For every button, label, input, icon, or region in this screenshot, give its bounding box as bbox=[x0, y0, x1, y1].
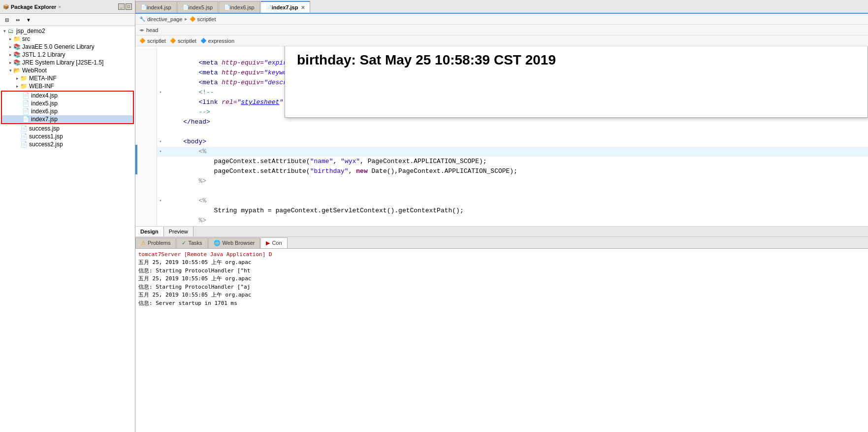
tree-arrow-javaee[interactable]: ▸ bbox=[8, 44, 13, 49]
bc-head[interactable]: head bbox=[146, 27, 158, 33]
pe-close-btn[interactable]: ✕ bbox=[58, 4, 61, 10]
bc-scriptlet1[interactable]: scriptlet bbox=[147, 38, 166, 44]
tree-item-jsp_demo2[interactable]: ▾ 🗂 jsp_demo2 bbox=[0, 27, 135, 35]
tree-item-index7[interactable]: 📄 index7.jsp bbox=[2, 115, 133, 123]
console-line-3: 信息: Starting ProtocolHandler ["ht bbox=[138, 267, 865, 275]
tab-index4-icon: 📄 bbox=[141, 4, 147, 10]
bc-directive[interactable]: directive_page bbox=[147, 16, 183, 22]
index7-icon: 📄 bbox=[22, 116, 30, 123]
bc-expression[interactable]: expression bbox=[208, 38, 234, 44]
tree-arrow-web-inf[interactable]: ▸ bbox=[15, 84, 20, 89]
tab-index4[interactable]: 📄 index4.jsp bbox=[135, 1, 177, 13]
secondary-breadcrumb: ◂▸ head bbox=[135, 25, 868, 35]
tab-index6-icon: 📄 bbox=[224, 4, 230, 10]
webbrowser-icon: 🌐 bbox=[214, 240, 221, 246]
tree-label-web-inf: WEB-INF bbox=[29, 83, 54, 90]
tree-arrow-jstl[interactable]: ▸ bbox=[8, 52, 13, 57]
tree-item-javaee[interactable]: ▸ 📚 JavaEE 5.0 Generic Library bbox=[0, 43, 135, 51]
console-line-5: 信息: Starting ProtocolHandler ["aj bbox=[138, 283, 865, 292]
code-line-body: ▾ <body> bbox=[137, 137, 868, 147]
tree-item-index6[interactable]: 📄 index6.jsp bbox=[2, 107, 133, 115]
tasks-label: Tasks bbox=[188, 240, 202, 246]
tree-item-index4[interactable]: 📄 index4.jsp bbox=[2, 92, 133, 100]
tree-item-web-inf[interactable]: ▸ 📁 WEB-INF bbox=[0, 82, 135, 90]
tree-item-jre[interactable]: ▸ 📚 JRE System Library [J2SE-1.5] bbox=[0, 59, 135, 66]
code-line-setattr1: pageContext.setAttribute("name", "wyx", … bbox=[137, 157, 868, 166]
tree-label-index5: index5.jsp bbox=[31, 100, 58, 107]
editor-tab-bar: 📄 index4.jsp 📄 index5.jsp 📄 index6.jsp 📄… bbox=[135, 0, 868, 14]
meta-inf-icon: 📁 bbox=[20, 75, 28, 82]
tree-item-src[interactable]: ▸ 📁 src bbox=[0, 35, 135, 43]
tree-label-success2: success2.jsp bbox=[29, 141, 63, 148]
bottom-tab-console[interactable]: ▶ Con bbox=[260, 237, 287, 248]
tree-item-success2[interactable]: 📄 success2.jsp bbox=[0, 140, 135, 148]
success1-icon: 📄 bbox=[20, 133, 28, 140]
tab-index7[interactable]: 📄 index7.jsp ✕ bbox=[260, 1, 311, 13]
pe-menu-btn[interactable]: ▼ bbox=[24, 15, 33, 25]
tree-arrow-meta-inf[interactable]: ▸ bbox=[15, 76, 20, 81]
tree-label-index6: index6.jsp bbox=[31, 108, 58, 115]
console-line-2: 五月 25, 2019 10:55:05 上午 org.apac bbox=[138, 259, 865, 267]
jstl-icon: 📚 bbox=[13, 51, 21, 58]
bc-icon1: 🔧 bbox=[139, 16, 145, 22]
tab-index5[interactable]: 📄 index5.jsp bbox=[177, 1, 219, 13]
tree-item-webroot[interactable]: ▾ 📂 WebRoot bbox=[0, 66, 135, 74]
pe-toolbar: ⊟ ⇔ ▼ bbox=[0, 14, 135, 26]
tree-label-webroot: WebRoot bbox=[22, 67, 47, 74]
tab-index4-label: index4.jsp bbox=[147, 4, 171, 10]
pe-minimize-btn[interactable]: _ bbox=[118, 3, 125, 10]
tree-item-meta-inf[interactable]: ▸ 📁 META-INF bbox=[0, 74, 135, 82]
pe-collapse-all-btn[interactable]: ⊟ bbox=[2, 15, 12, 25]
file-tree: ▾ 🗂 jsp_demo2 ▸ 📁 src ▸ 📚 JavaEE 5.0 Gen… bbox=[0, 26, 135, 432]
pe-maximize-btn[interactable]: □ bbox=[126, 3, 132, 10]
bc-scriptlet2[interactable]: scriptlet bbox=[178, 38, 196, 44]
code-line-blank4 bbox=[137, 226, 868, 226]
tree-item-success[interactable]: 📄 success.jsp bbox=[0, 125, 135, 133]
tasks-icon: ✓ bbox=[182, 240, 186, 246]
design-tab-preview[interactable]: Preview bbox=[164, 227, 193, 236]
pe-title: Package Explorer bbox=[11, 4, 56, 10]
bottom-tab-tasks[interactable]: ✓ Tasks bbox=[176, 237, 207, 248]
design-tab-design[interactable]: Design bbox=[135, 227, 164, 236]
problems-label: Problems bbox=[148, 240, 170, 246]
bc-icon2: 🔶 bbox=[190, 16, 195, 22]
design-preview-bar: Design Preview bbox=[135, 226, 868, 237]
right-panel: 📄 index4.jsp 📄 index5.jsp 📄 index6.jsp 📄… bbox=[135, 0, 868, 432]
tree-arrow-webroot[interactable]: ▾ bbox=[8, 68, 13, 73]
code-line-blank3 bbox=[137, 186, 868, 196]
index6-icon: 📄 bbox=[22, 108, 30, 115]
tab-index6[interactable]: 📄 index6.jsp bbox=[219, 1, 260, 13]
bottom-tab-webbrowser[interactable]: 🌐 Web Browser bbox=[208, 237, 260, 248]
code-line-jsp2-open: ▾ <% bbox=[137, 196, 868, 206]
bc-scriptlet[interactable]: scriptlet bbox=[197, 16, 216, 22]
index4-icon: 📄 bbox=[22, 92, 30, 99]
code-line-head-close: </head> bbox=[137, 117, 868, 127]
tab-index7-close[interactable]: ✕ bbox=[301, 5, 305, 10]
pe-link-editor-btn[interactable]: ⇔ bbox=[13, 15, 23, 25]
bottom-tab-problems[interactable]: ⚠ Problems bbox=[135, 237, 176, 248]
tab-index7-icon: 📄 bbox=[266, 5, 272, 10]
bc3-icon3: 🔷 bbox=[200, 38, 206, 43]
tree-label-success: success.jsp bbox=[29, 125, 60, 132]
webbrowser-label: Web Browser bbox=[223, 240, 255, 246]
pe-icon: 📦 bbox=[3, 4, 9, 10]
tree-arrow-jre[interactable]: ▸ bbox=[8, 60, 13, 65]
tree-label-success1: success1.jsp bbox=[29, 133, 63, 140]
tab-index7-label: index7.jsp bbox=[272, 4, 298, 10]
tree-item-success1[interactable]: 📄 success1.jsp bbox=[0, 133, 135, 140]
tree-label-jstl: JSTL 1.2 Library bbox=[22, 51, 65, 58]
tab-index6-label: index6.jsp bbox=[230, 4, 255, 10]
tree-arrow-jsp_demo2[interactable]: ▾ bbox=[2, 29, 7, 33]
tree-item-jstl[interactable]: ▸ 📚 JSTL 1.2 Library bbox=[0, 51, 135, 59]
tree-label-jre: JRE System Library [J2SE-1.5] bbox=[22, 59, 103, 66]
console-line-1: tomcat7Server [Remote Java Application] … bbox=[138, 251, 865, 259]
tree-item-index5[interactable]: 📄 index5.jsp bbox=[2, 100, 133, 107]
browser-window: 🌐 My JSP 'index.jsp' starting p ✕ + ← → … bbox=[285, 46, 868, 118]
bc3-icon2: 🔶 bbox=[170, 38, 176, 43]
code-line-setattr2: pageContext.setAttribute("birthday", new… bbox=[137, 166, 868, 176]
bottom-tab-bar: ⚠ Problems ✓ Tasks 🌐 Web Browser ▶ Con bbox=[135, 237, 868, 249]
tree-label-javaee: JavaEE 5.0 Generic Library bbox=[22, 43, 95, 50]
browser-birthday-line: birthday: Sat May 25 10:58:39 CST 2019 bbox=[297, 52, 856, 68]
bc-sep1: ▸ bbox=[185, 16, 188, 22]
tree-arrow-src[interactable]: ▸ bbox=[8, 36, 13, 41]
